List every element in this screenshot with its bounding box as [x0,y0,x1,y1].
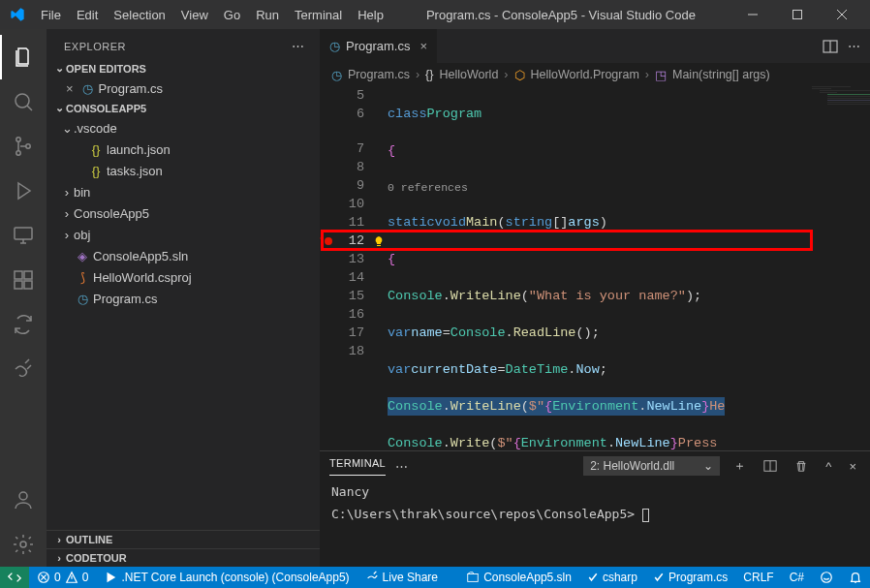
menu-file[interactable]: File [33,4,69,26]
debug-config-item[interactable]: .NET Core Launch (console) (ConsoleApp5) [96,567,357,588]
notifications-icon[interactable] [841,571,870,584]
tree-file-sln[interactable]: ◈ConsoleApp5.sln [47,245,320,266]
svg-rect-7 [15,281,22,289]
tree-file-launch-json[interactable]: {}launch.json [47,139,320,160]
open-editors-section[interactable]: ⌄ OPEN EDITORS [47,59,320,77]
chevron-down-icon: ⌄ [52,102,66,114]
csharp-file-icon: ◷ [331,68,342,82]
tree-folder-vscode[interactable]: ⌄.vscode [47,117,320,139]
panel-more-icon[interactable]: ⋯ [395,459,408,474]
breadcrumbs[interactable]: ◷ Program.cs› {} HelloWorld› ⬡ HelloWorl… [320,63,870,86]
json-file-icon: {} [87,142,105,157]
menu-run[interactable]: Run [248,4,287,26]
terminal-panel: TERMINAL ⋯ 2: HelloWorld.dll ⌄ ＋ ^ × Nan… [320,450,870,567]
chevron-down-icon: ⌄ [52,62,66,75]
language-mode-item[interactable]: C# [782,571,812,584]
activity-liveshare-icon[interactable] [0,347,47,391]
close-tab-icon[interactable]: × [419,39,427,53]
terminal-tab[interactable]: TERMINAL [329,457,386,476]
chevron-down-icon: ⌄ [60,121,74,136]
svg-rect-0 [793,11,802,19]
close-editor-icon[interactable]: × [60,81,79,96]
solution-item[interactable]: ConsoleApp5.sln [458,571,579,584]
solution-file-icon: ◈ [74,249,91,263]
svg-point-11 [20,542,26,547]
svg-rect-18 [468,574,479,582]
outline-section[interactable]: ›OUTLINE [47,530,320,548]
eol-item[interactable]: CRLF [735,571,781,584]
svg-rect-15 [377,245,381,246]
tree-file-csproj[interactable]: ⟆HelloWorld.csproj [47,266,320,288]
chevron-right-icon: › [60,228,74,242]
activity-run-debug-icon[interactable] [0,169,47,213]
editor-tab-program-cs[interactable]: ◷ Program.cs × [320,29,438,63]
code-editor[interactable]: 5 6 7 8 9 10 11 12 13 14 15 16 17 18 cla… [320,86,870,450]
split-terminal-button[interactable] [760,457,781,475]
active-file-item[interactable]: Program.cs [645,571,735,584]
remote-indicator[interactable] [0,567,29,588]
terminal-body[interactable]: Nancy C:\Users\thrak\source\repos\Consol… [320,480,870,567]
lightbulb-icon[interactable] [370,232,388,250]
chevron-right-icon: › [52,534,66,545]
activity-search-icon[interactable] [0,79,47,124]
problems-indicator[interactable]: 0 0 [29,567,96,588]
tree-file-program-cs[interactable]: ◷Program.cs [47,288,320,309]
chevron-down-icon: ⌄ [703,459,713,473]
open-editor-item[interactable]: × ◷ Program.cs [47,77,320,99]
csproj-file-icon: ⟆ [74,270,91,285]
menu-view[interactable]: View [173,4,216,26]
activity-sync-icon[interactable] [0,302,47,347]
window-close-button[interactable] [820,0,864,29]
split-editor-icon[interactable] [823,39,838,54]
feedback-icon[interactable] [812,571,841,584]
editor-more-icon[interactable]: ⋯ [848,39,860,53]
menu-go[interactable]: Go [216,4,248,26]
menu-selection[interactable]: Selection [106,4,172,26]
file-tree: ⌄.vscode {}launch.json {}tasks.json ›bin… [47,117,320,309]
activity-settings-icon[interactable] [0,522,47,567]
menu-help[interactable]: Help [350,4,391,26]
tree-folder-consoleapp5[interactable]: ›ConsoleApp5 [47,202,320,224]
codetour-section[interactable]: ›CODETOUR [47,548,320,567]
editor-area: ◷ Program.cs × ⋯ ◷ Program.cs› {} HelloW… [320,29,870,567]
terminal-line: C:\Users\thrak\source\repos\ConsoleApp5> [331,507,858,522]
svg-rect-5 [15,228,32,239]
tree-file-tasks-json[interactable]: {}tasks.json [47,160,320,181]
kill-terminal-button[interactable] [791,457,812,475]
tree-folder-bin[interactable]: ›bin [47,181,320,202]
svg-point-14 [325,237,332,245]
activity-extensions-icon[interactable] [0,258,47,302]
sidebar-more-button[interactable]: ⋯ [286,37,310,55]
activity-account-icon[interactable] [0,478,47,522]
csharp-file-icon: ◷ [79,81,97,96]
menu-terminal[interactable]: Terminal [287,4,350,26]
codelens-references[interactable]: 0 references [388,178,468,195]
close-panel-button[interactable]: × [845,457,860,476]
editor-tab-label: Program.cs [346,39,410,53]
window-maximize-button[interactable] [775,0,820,29]
terminal-cursor [642,509,649,522]
namespace-icon: {} [425,68,433,81]
window-minimize-button[interactable] [730,0,775,29]
chevron-right-icon: › [52,552,66,564]
liveshare-item[interactable]: Live Share [357,567,446,588]
svg-rect-8 [24,281,32,289]
svg-rect-9 [24,271,32,279]
terminal-line: Nancy [331,484,858,499]
activity-source-control-icon[interactable] [0,124,47,169]
terminal-selector[interactable]: 2: HelloWorld.dll ⌄ [583,456,720,476]
maximize-panel-button[interactable]: ^ [822,457,835,476]
activity-remote-explorer-icon[interactable] [0,213,47,258]
chevron-right-icon: › [60,185,74,200]
language-server-item[interactable]: csharp [579,571,645,584]
svg-point-4 [26,144,30,148]
tree-folder-obj[interactable]: ›obj [47,224,320,245]
svg-point-1 [16,94,29,108]
breakpoint-icon[interactable] [320,232,337,250]
menu-edit[interactable]: Edit [69,4,106,26]
method-icon: ◳ [655,68,667,82]
activity-explorer-icon[interactable] [0,35,47,79]
svg-point-19 [822,573,832,583]
workspace-section[interactable]: ⌄ CONSOLEAPP5 [47,99,320,117]
new-terminal-button[interactable]: ＋ [730,455,750,477]
